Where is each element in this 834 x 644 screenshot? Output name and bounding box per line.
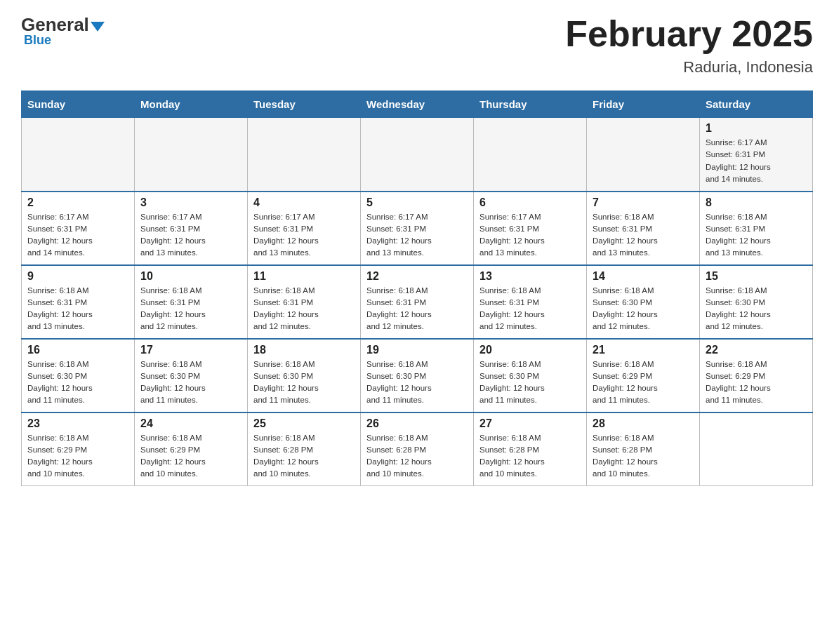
calendar-cell: 14Sunrise: 6:18 AM Sunset: 6:30 PM Dayli… bbox=[587, 265, 700, 339]
calendar-week-2: 9Sunrise: 6:18 AM Sunset: 6:31 PM Daylig… bbox=[22, 265, 813, 339]
calendar-cell: 4Sunrise: 6:17 AM Sunset: 6:31 PM Daylig… bbox=[248, 192, 361, 265]
calendar-cell: 15Sunrise: 6:18 AM Sunset: 6:30 PM Dayli… bbox=[700, 265, 813, 339]
month-title: February 2025 bbox=[565, 14, 813, 54]
day-number: 10 bbox=[140, 270, 241, 283]
day-info: Sunrise: 6:18 AM Sunset: 6:29 PM Dayligh… bbox=[27, 432, 128, 481]
day-info: Sunrise: 6:17 AM Sunset: 6:31 PM Dayligh… bbox=[366, 211, 468, 260]
col-friday: Friday bbox=[587, 91, 700, 118]
day-info: Sunrise: 6:18 AM Sunset: 6:31 PM Dayligh… bbox=[706, 211, 807, 260]
calendar-week-3: 16Sunrise: 6:18 AM Sunset: 6:30 PM Dayli… bbox=[22, 339, 813, 412]
calendar-cell bbox=[135, 118, 248, 192]
day-info: Sunrise: 6:18 AM Sunset: 6:31 PM Dayligh… bbox=[366, 285, 468, 333]
day-info: Sunrise: 6:18 AM Sunset: 6:31 PM Dayligh… bbox=[479, 285, 581, 333]
calendar-cell: 22Sunrise: 6:18 AM Sunset: 6:29 PM Dayli… bbox=[700, 339, 813, 412]
calendar-week-4: 23Sunrise: 6:18 AM Sunset: 6:29 PM Dayli… bbox=[22, 412, 813, 486]
col-wednesday: Wednesday bbox=[361, 91, 474, 118]
calendar-cell: 21Sunrise: 6:18 AM Sunset: 6:29 PM Dayli… bbox=[587, 339, 700, 412]
calendar-cell: 28Sunrise: 6:18 AM Sunset: 6:28 PM Dayli… bbox=[587, 412, 700, 486]
day-number: 7 bbox=[593, 196, 694, 209]
day-info: Sunrise: 6:17 AM Sunset: 6:31 PM Dayligh… bbox=[706, 137, 807, 185]
day-info: Sunrise: 6:17 AM Sunset: 6:31 PM Dayligh… bbox=[140, 211, 241, 260]
calendar-cell: 1Sunrise: 6:17 AM Sunset: 6:31 PM Daylig… bbox=[700, 118, 813, 192]
day-info: Sunrise: 6:18 AM Sunset: 6:28 PM Dayligh… bbox=[366, 432, 468, 481]
day-number: 22 bbox=[706, 344, 807, 356]
day-info: Sunrise: 6:18 AM Sunset: 6:30 PM Dayligh… bbox=[366, 358, 468, 407]
day-info: Sunrise: 6:18 AM Sunset: 6:30 PM Dayligh… bbox=[27, 358, 128, 407]
calendar-cell bbox=[22, 118, 135, 192]
calendar-cell: 10Sunrise: 6:18 AM Sunset: 6:31 PM Dayli… bbox=[135, 265, 248, 339]
day-number: 23 bbox=[27, 417, 128, 430]
day-number: 14 bbox=[593, 270, 694, 283]
day-number: 11 bbox=[253, 270, 355, 283]
day-info: Sunrise: 6:18 AM Sunset: 6:31 PM Dayligh… bbox=[27, 285, 128, 333]
calendar-cell: 9Sunrise: 6:18 AM Sunset: 6:31 PM Daylig… bbox=[22, 265, 135, 339]
day-info: Sunrise: 6:18 AM Sunset: 6:30 PM Dayligh… bbox=[140, 358, 241, 407]
logo-triangle-icon bbox=[91, 22, 105, 32]
col-sunday: Sunday bbox=[22, 91, 135, 118]
day-info: Sunrise: 6:17 AM Sunset: 6:31 PM Dayligh… bbox=[253, 211, 355, 260]
calendar-cell: 18Sunrise: 6:18 AM Sunset: 6:30 PM Dayli… bbox=[248, 339, 361, 412]
day-info: Sunrise: 6:18 AM Sunset: 6:30 PM Dayligh… bbox=[253, 358, 355, 407]
calendar-cell: 11Sunrise: 6:18 AM Sunset: 6:31 PM Dayli… bbox=[248, 265, 361, 339]
calendar-week-1: 2Sunrise: 6:17 AM Sunset: 6:31 PM Daylig… bbox=[22, 192, 813, 265]
location-title: Raduria, Indonesia bbox=[565, 58, 813, 76]
day-info: Sunrise: 6:18 AM Sunset: 6:29 PM Dayligh… bbox=[593, 358, 694, 407]
calendar-cell: 24Sunrise: 6:18 AM Sunset: 6:29 PM Dayli… bbox=[135, 412, 248, 486]
day-number: 19 bbox=[366, 344, 468, 356]
day-number: 15 bbox=[706, 270, 807, 283]
day-info: Sunrise: 6:18 AM Sunset: 6:28 PM Dayligh… bbox=[593, 432, 694, 481]
day-info: Sunrise: 6:18 AM Sunset: 6:30 PM Dayligh… bbox=[479, 358, 581, 407]
calendar-cell bbox=[474, 118, 587, 192]
day-number: 2 bbox=[27, 196, 128, 209]
calendar-cell bbox=[700, 412, 813, 486]
calendar-cell: 26Sunrise: 6:18 AM Sunset: 6:28 PM Dayli… bbox=[361, 412, 474, 486]
day-number: 8 bbox=[706, 196, 807, 209]
calendar-cell: 20Sunrise: 6:18 AM Sunset: 6:30 PM Dayli… bbox=[474, 339, 587, 412]
calendar-cell bbox=[361, 118, 474, 192]
calendar-cell: 16Sunrise: 6:18 AM Sunset: 6:30 PM Dayli… bbox=[22, 339, 135, 412]
day-info: Sunrise: 6:18 AM Sunset: 6:28 PM Dayligh… bbox=[253, 432, 355, 481]
calendar-cell: 2Sunrise: 6:17 AM Sunset: 6:31 PM Daylig… bbox=[22, 192, 135, 265]
title-area: February 2025 Raduria, Indonesia bbox=[565, 14, 813, 76]
day-info: Sunrise: 6:18 AM Sunset: 6:29 PM Dayligh… bbox=[140, 432, 241, 481]
calendar-cell: 7Sunrise: 6:18 AM Sunset: 6:31 PM Daylig… bbox=[587, 192, 700, 265]
calendar-cell bbox=[248, 118, 361, 192]
calendar-cell: 19Sunrise: 6:18 AM Sunset: 6:30 PM Dayli… bbox=[361, 339, 474, 412]
calendar-cell: 13Sunrise: 6:18 AM Sunset: 6:31 PM Dayli… bbox=[474, 265, 587, 339]
day-number: 24 bbox=[140, 417, 241, 430]
day-info: Sunrise: 6:17 AM Sunset: 6:31 PM Dayligh… bbox=[27, 211, 128, 260]
day-number: 3 bbox=[140, 196, 241, 209]
day-info: Sunrise: 6:18 AM Sunset: 6:28 PM Dayligh… bbox=[479, 432, 581, 481]
calendar-cell: 5Sunrise: 6:17 AM Sunset: 6:31 PM Daylig… bbox=[361, 192, 474, 265]
day-number: 18 bbox=[253, 344, 355, 356]
day-number: 13 bbox=[479, 270, 581, 283]
day-number: 17 bbox=[140, 344, 241, 356]
calendar-cell: 17Sunrise: 6:18 AM Sunset: 6:30 PM Dayli… bbox=[135, 339, 248, 412]
day-info: Sunrise: 6:18 AM Sunset: 6:31 PM Dayligh… bbox=[593, 211, 694, 260]
day-number: 26 bbox=[366, 417, 468, 430]
calendar-cell: 8Sunrise: 6:18 AM Sunset: 6:31 PM Daylig… bbox=[700, 192, 813, 265]
day-info: Sunrise: 6:18 AM Sunset: 6:30 PM Dayligh… bbox=[593, 285, 694, 333]
calendar-table: Sunday Monday Tuesday Wednesday Thursday… bbox=[21, 90, 813, 486]
calendar-cell: 23Sunrise: 6:18 AM Sunset: 6:29 PM Dayli… bbox=[22, 412, 135, 486]
day-number: 9 bbox=[27, 270, 128, 283]
page-header: General Blue February 2025 Raduria, Indo… bbox=[21, 14, 813, 76]
day-info: Sunrise: 6:18 AM Sunset: 6:31 PM Dayligh… bbox=[253, 285, 355, 333]
calendar-week-0: 1Sunrise: 6:17 AM Sunset: 6:31 PM Daylig… bbox=[22, 118, 813, 192]
calendar-cell bbox=[587, 118, 700, 192]
calendar-cell: 6Sunrise: 6:17 AM Sunset: 6:31 PM Daylig… bbox=[474, 192, 587, 265]
col-saturday: Saturday bbox=[700, 91, 813, 118]
calendar-cell: 3Sunrise: 6:17 AM Sunset: 6:31 PM Daylig… bbox=[135, 192, 248, 265]
day-info: Sunrise: 6:17 AM Sunset: 6:31 PM Dayligh… bbox=[479, 211, 581, 260]
day-number: 5 bbox=[366, 196, 468, 209]
day-number: 25 bbox=[253, 417, 355, 430]
day-number: 1 bbox=[706, 122, 807, 135]
col-monday: Monday bbox=[135, 91, 248, 118]
col-thursday: Thursday bbox=[474, 91, 587, 118]
calendar-cell: 12Sunrise: 6:18 AM Sunset: 6:31 PM Dayli… bbox=[361, 265, 474, 339]
day-number: 16 bbox=[27, 344, 128, 356]
day-info: Sunrise: 6:18 AM Sunset: 6:31 PM Dayligh… bbox=[140, 285, 241, 333]
day-info: Sunrise: 6:18 AM Sunset: 6:29 PM Dayligh… bbox=[706, 358, 807, 407]
day-number: 4 bbox=[253, 196, 355, 209]
calendar-cell: 27Sunrise: 6:18 AM Sunset: 6:28 PM Dayli… bbox=[474, 412, 587, 486]
